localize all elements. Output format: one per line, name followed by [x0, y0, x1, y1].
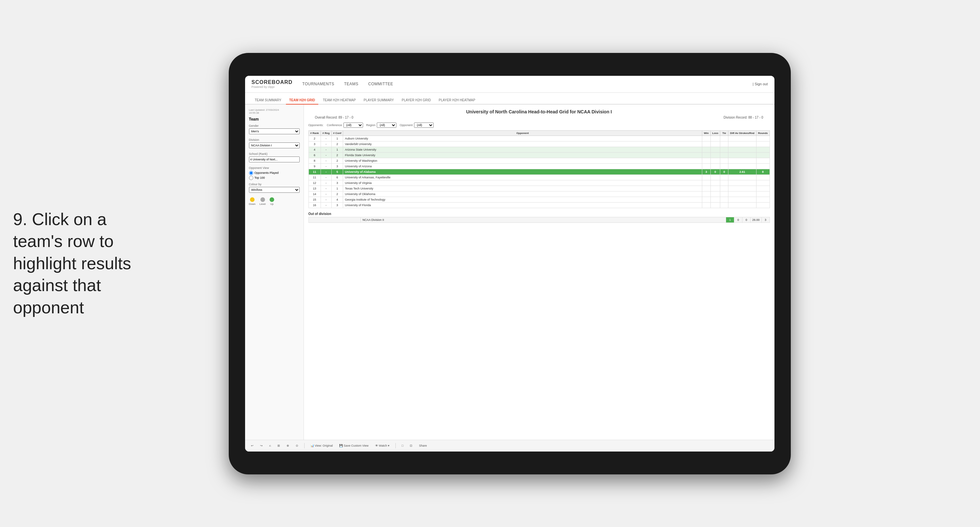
division-label: Division: [249, 138, 300, 142]
radio-opponents-played[interactable]: Opponents Played: [249, 171, 300, 175]
table-row[interactable]: 12-3University of Virginia: [309, 180, 770, 186]
cell-opponent: University of Virginia: [343, 180, 702, 186]
table-row[interactable]: 4-1Arizona State University: [309, 147, 770, 152]
radio-top100[interactable]: Top 100: [249, 176, 300, 180]
cell-rank: 16: [309, 202, 321, 208]
legend-dot-down: [250, 197, 255, 202]
legend-dot-up: [270, 197, 274, 202]
tab-team-summary[interactable]: TEAM SUMMARY: [251, 96, 285, 105]
add-button[interactable]: ⊕: [285, 443, 291, 448]
tab-team-h2h-grid[interactable]: TEAM H2H GRID: [286, 96, 318, 105]
cell-conf: 1: [331, 186, 343, 191]
tablet: SCOREBOARD Powered by clippi TOURNAMENTS…: [229, 53, 791, 474]
cell-opponent: Auburn University: [343, 135, 702, 141]
nav-committee[interactable]: COMMITTEE: [368, 80, 393, 88]
sign-out-link[interactable]: | Sign out: [752, 82, 768, 86]
legend-level: Level: [259, 197, 266, 205]
h2h-table: # Rank # Reg # Conf Opponent Win Loss Ti…: [309, 131, 770, 208]
share-button[interactable]: Share: [417, 443, 429, 448]
table-row[interactable]: 6-2Florida State University: [309, 152, 770, 158]
cell-diff: [729, 191, 756, 197]
table-row[interactable]: 14-2University of Oklahoma: [309, 191, 770, 197]
tab-team-h2h-heatmap[interactable]: TEAM H2H HEATMAP: [320, 96, 359, 105]
cell-win: [702, 141, 710, 147]
sub-nav: TEAM SUMMARY TEAM H2H GRID TEAM H2H HEAT…: [245, 93, 775, 105]
cell-conf: 4: [331, 197, 343, 202]
logo-area: SCOREBOARD Powered by clippi: [251, 80, 293, 89]
ood-rounds: 3: [761, 217, 770, 223]
cell-win: [702, 197, 710, 202]
cell-reg: -: [321, 152, 331, 158]
cell-rounds: [756, 141, 770, 147]
cell-reg: -: [321, 180, 331, 186]
opponent-view-label: Opponent View: [249, 166, 300, 170]
conference-select[interactable]: (All): [344, 123, 363, 128]
table-row[interactable]: 16-3University of Florida: [309, 202, 770, 208]
school-label: School (Rank): [249, 152, 300, 156]
last-updated: Last Updated: 27/03/2024 16:55:38: [249, 108, 300, 115]
cell-rank: 13: [309, 186, 321, 191]
cell-loss: [710, 175, 720, 180]
nav-teams[interactable]: TEAMS: [344, 80, 358, 88]
cell-diff: 2.61: [729, 169, 756, 175]
table-row[interactable]: 11-6University of Arkansas, Fayetteville: [309, 175, 770, 180]
cell-opponent: Florida State University: [343, 152, 702, 158]
view-original-button[interactable]: 📊 View: Original: [309, 443, 335, 448]
cell-reg: -: [321, 175, 331, 180]
cell-rounds: [756, 191, 770, 197]
reset-button[interactable]: ⎌: [267, 443, 273, 448]
colour-by-select[interactable]: Win/loss: [249, 187, 300, 193]
cell-conf: 6: [331, 175, 343, 180]
cell-reg: -: [321, 202, 331, 208]
cell-reg: -: [321, 141, 331, 147]
cell-diff: [729, 202, 756, 208]
table-row[interactable]: 9-3University of Arizona: [309, 163, 770, 169]
cell-diff: [729, 152, 756, 158]
legend: Down Level Up: [249, 197, 300, 205]
grid-title: University of North Carolina Head-to-Hea…: [309, 109, 770, 115]
cell-win: [702, 191, 710, 197]
cell-diff: [729, 180, 756, 186]
opponents-filter: Opponents:: [309, 124, 324, 127]
tab-player-h2h-grid[interactable]: PLAYER H2H GRID: [398, 96, 434, 105]
watch-button[interactable]: 👁 Watch ▾: [373, 443, 391, 448]
cell-tie: [720, 152, 729, 158]
redo-button[interactable]: ↪: [258, 443, 265, 448]
ood-label: NCAA Division II: [361, 217, 726, 223]
gender-select[interactable]: Men's: [249, 128, 300, 134]
col-reg: # Reg: [321, 131, 331, 135]
table-row[interactable]: 3-2Vanderbilt University: [309, 141, 770, 147]
undo-button[interactable]: ↩: [249, 443, 256, 448]
grid-button[interactable]: ⊞: [275, 443, 282, 448]
tab-player-h2h-heatmap[interactable]: PLAYER H2H HEATMAP: [436, 96, 479, 105]
screenshot-button[interactable]: ⊡: [408, 443, 414, 448]
table-row[interactable]: 13-1Texas Tech University: [309, 186, 770, 191]
cell-tie: [720, 158, 729, 163]
table-row[interactable]: 11-5University of Alabama3002.618: [309, 169, 770, 175]
nav-tournaments[interactable]: TOURNAMENTS: [302, 80, 334, 88]
table-row[interactable]: 2-1Auburn University: [309, 135, 770, 141]
table-row[interactable]: 8-2University of Washington: [309, 158, 770, 163]
cell-conf: 2: [331, 191, 343, 197]
toolbar-sep-1: [304, 443, 305, 448]
table-row[interactable]: NCAA Division II 1 0 0 26.00 3: [309, 217, 770, 223]
cell-win: 3: [702, 169, 710, 175]
opponent-select[interactable]: (All): [414, 123, 434, 128]
table-row[interactable]: 15-4Georgia Institute of Technology: [309, 197, 770, 202]
cell-opponent: University of Florida: [343, 202, 702, 208]
school-input[interactable]: [249, 156, 300, 162]
cell-reg: -: [321, 186, 331, 191]
cell-opponent: Arizona State University: [343, 147, 702, 152]
cell-tie: [720, 197, 729, 202]
tab-player-summary[interactable]: PLAYER SUMMARY: [360, 96, 397, 105]
cell-tie: [720, 163, 729, 169]
export-button[interactable]: □: [399, 443, 405, 448]
region-select[interactable]: (All): [377, 123, 396, 128]
cell-tie: [720, 186, 729, 191]
division-select[interactable]: NCAA Division I: [249, 142, 300, 148]
cell-rounds: 8: [756, 169, 770, 175]
cell-reg: -: [321, 163, 331, 169]
cell-opponent: Vanderbilt University: [343, 141, 702, 147]
save-custom-view-button[interactable]: 💾 Save Custom View: [337, 443, 370, 448]
view-circle-button[interactable]: ⊙: [294, 443, 300, 448]
